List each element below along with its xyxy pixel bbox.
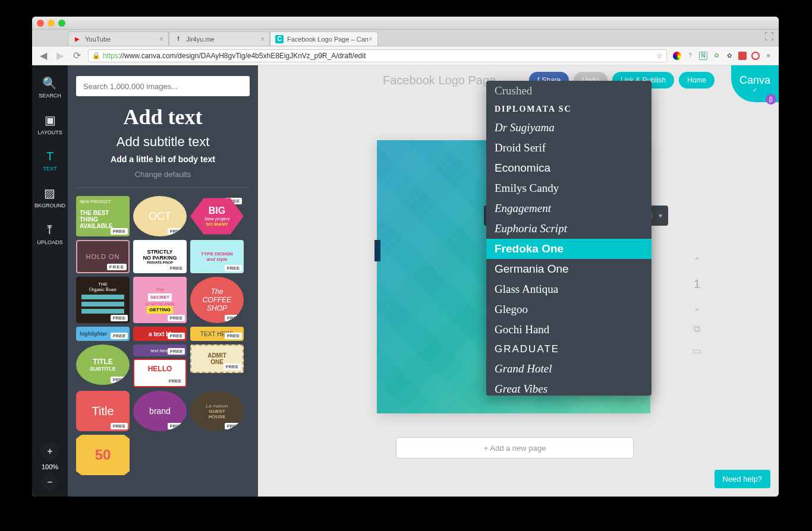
- template-item[interactable]: 50: [76, 435, 130, 475]
- add-page-button[interactable]: + Add a new page: [396, 437, 634, 459]
- ext-icon[interactable]: ♻: [712, 52, 720, 60]
- url-path: ://www.canva.com/design/DAAyH8gvTig/e4b5…: [118, 52, 366, 60]
- add-body-button[interactable]: Add a little bit of body text: [76, 154, 250, 164]
- tab-canva[interactable]: C Facebook Logo Page – Can ×: [270, 31, 378, 46]
- ext-icon[interactable]: [751, 52, 760, 60]
- ext-icon[interactable]: N: [699, 52, 707, 60]
- font-option[interactable]: Grand Hotel: [486, 359, 652, 379]
- tab-strip: ▶ YouTube × f Jir4yu.me × C Facebook Log…: [32, 30, 779, 46]
- template-item[interactable]: HELLOMY NAME ISYour NameFREE: [133, 359, 187, 387]
- template-item[interactable]: TheSECRETOF GETTING AHEADGETTINGFREE: [133, 277, 187, 323]
- font-option[interactable]: Economica: [486, 158, 652, 178]
- template-item[interactable]: TitleFREE: [76, 391, 130, 431]
- template-item[interactable]: a text blFREE: [133, 327, 187, 341]
- delete-page-icon[interactable]: ▭: [693, 345, 701, 356]
- minimize-window-button[interactable]: [48, 20, 55, 27]
- nav-search[interactable]: 🔍SEARCH: [39, 76, 61, 99]
- page-tools: ⌃ 1 ⌄ ⧉ ▭: [693, 255, 701, 356]
- font-option[interactable]: Glass Antiqua: [486, 279, 652, 299]
- template-item[interactable]: TYPE DESIGNand styleFREE: [190, 240, 244, 273]
- template-item[interactable]: TheCOFFEESHOPFREE: [190, 277, 244, 323]
- url-input[interactable]: 🔒 https://www.canva.com/design/DAAyH8gvT…: [88, 49, 667, 62]
- tab-label: Facebook Logo Page – Can: [287, 36, 369, 43]
- nav-text[interactable]: TTEXT: [43, 150, 56, 172]
- ext-icon[interactable]: [673, 52, 681, 60]
- nav-uploads[interactable]: ⤒UPLOADS: [37, 223, 62, 245]
- template-item[interactable]: FREEBIGNew projectSO MANY: [190, 196, 244, 236]
- nav-layouts[interactable]: ▣LAYOUTS: [37, 113, 62, 135]
- template-item[interactable]: OCTFREE: [133, 196, 187, 236]
- close-tab-icon[interactable]: ×: [159, 35, 163, 43]
- chevron-up-icon[interactable]: ⌃: [693, 255, 701, 267]
- font-option[interactable]: Euphoria Script: [486, 219, 652, 239]
- chevron-down-icon[interactable]: ⌄: [693, 302, 701, 313]
- zoom-out-button[interactable]: −: [42, 474, 58, 491]
- add-subtitle-button[interactable]: Add subtitle text: [76, 134, 250, 150]
- document-title[interactable]: Facebook Logo Page: [383, 74, 496, 87]
- template-item[interactable]: STRICTLYNO PARKINGPRIVATE PROPFREE: [133, 240, 187, 273]
- template-item[interactable]: NEW PRODUCTTHE BEST THING AVAILABLEFREE: [76, 196, 130, 236]
- template-item[interactable]: highlighterFREE: [76, 327, 130, 341]
- settings-icon[interactable]: ✿: [725, 52, 734, 60]
- forward-button[interactable]: ▶: [55, 50, 65, 61]
- maximize-window-button[interactable]: [58, 20, 65, 27]
- font-option[interactable]: Droid Serif: [486, 138, 652, 158]
- font-option[interactable]: Crushed: [486, 81, 652, 101]
- font-option[interactable]: Emilys Candy: [486, 178, 652, 198]
- back-button[interactable]: ◀: [38, 50, 49, 61]
- template-item[interactable]: brandFREE: [133, 391, 187, 431]
- change-defaults-link[interactable]: Change defaults: [76, 170, 250, 188]
- zoom-controls: + 100% −: [32, 443, 68, 491]
- youtube-icon: ▶: [73, 35, 81, 43]
- home-button[interactable]: Home: [679, 72, 715, 88]
- reload-button[interactable]: ⟳: [71, 50, 82, 61]
- template-item[interactable]: TEXT HEREFREE: [190, 327, 244, 341]
- add-heading-button[interactable]: Add text: [76, 105, 250, 129]
- text-icon: T: [43, 150, 56, 163]
- canva-logo[interactable]: Canva ✓ β: [731, 65, 779, 102]
- facebook-icon: f: [174, 35, 182, 43]
- side-panel: Add text Add subtitle text Add a little …: [68, 65, 258, 497]
- ext-icon[interactable]: [738, 52, 747, 60]
- template-item[interactable]: ADMITONEFREE: [190, 344, 244, 373]
- font-option[interactable]: Graduate: [486, 340, 652, 359]
- tab-youtube[interactable]: ▶ YouTube ×: [68, 31, 169, 46]
- fullscreen-icon[interactable]: ⛶: [764, 31, 774, 42]
- font-option[interactable]: Engagement: [486, 198, 652, 219]
- font-option[interactable]: Dr Sugiyama: [486, 118, 652, 138]
- canva-icon: C: [275, 35, 284, 43]
- beta-badge: β: [766, 94, 776, 105]
- template-item[interactable]: text hereFREE: [133, 344, 187, 356]
- font-option[interactable]: Great Vibes: [486, 379, 652, 396]
- menu-icon[interactable]: ≡: [764, 52, 773, 60]
- font-option[interactable]: Gochi Hand: [486, 320, 652, 340]
- font-option-selected[interactable]: Fredoka One: [486, 239, 652, 259]
- template-item[interactable]: La maisonGUESTHOUSEFREE: [190, 391, 244, 431]
- chevron-down-icon[interactable]: ▾: [659, 211, 662, 220]
- template-item[interactable]: HOLD ONFREE: [76, 240, 130, 273]
- duplicate-page-icon[interactable]: ⧉: [694, 324, 700, 334]
- help-button[interactable]: Need help?: [715, 470, 771, 488]
- font-option[interactable]: Germania One: [486, 259, 652, 279]
- template-item[interactable]: THEOrganic RoastFREE: [76, 277, 130, 323]
- font-dropdown: Crushed Diplomata SC Dr Sugiyama Droid S…: [486, 81, 652, 396]
- close-tab-icon[interactable]: ×: [369, 35, 373, 43]
- font-option[interactable]: Diplomata SC: [486, 101, 652, 118]
- template-item[interactable]: TITLESUBTITLEFREE: [76, 344, 130, 385]
- ext-icon[interactable]: ?: [686, 52, 694, 60]
- tab-label: YouTube: [85, 36, 111, 43]
- zoom-in-button[interactable]: +: [42, 443, 58, 460]
- upload-icon: ⤒: [37, 223, 62, 237]
- left-nav: 🔍SEARCH ▣LAYOUTS TTEXT ▨BKGROUND ⤒UPLOAD…: [32, 65, 68, 497]
- text-element-selected[interactable]: [374, 240, 380, 261]
- tab-jir4yu[interactable]: f Jir4yu.me ×: [169, 31, 270, 46]
- page-number: 1: [694, 277, 700, 291]
- font-option[interactable]: Glegoo: [486, 299, 652, 320]
- bookmark-star-icon[interactable]: ☆: [656, 52, 663, 60]
- close-tab-icon[interactable]: ×: [260, 35, 265, 43]
- browser-window: ▶ YouTube × f Jir4yu.me × C Facebook Log…: [32, 17, 779, 497]
- nav-background[interactable]: ▨BKGROUND: [34, 186, 65, 208]
- close-window-button[interactable]: [37, 20, 44, 27]
- search-input[interactable]: [76, 76, 250, 96]
- extension-icons: ? N ♻ ✿ ≡: [673, 52, 773, 60]
